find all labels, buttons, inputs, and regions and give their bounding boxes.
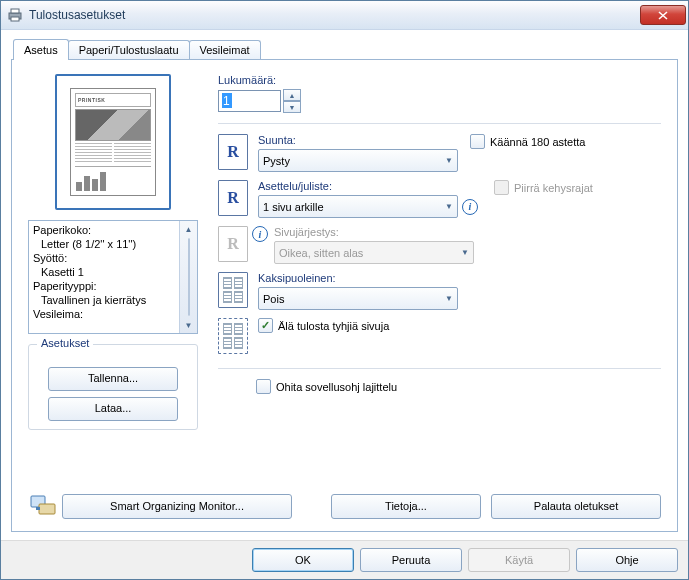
orientation-icon: R bbox=[218, 134, 248, 170]
copies-label: Lukumäärä: bbox=[218, 74, 661, 86]
copies-spin-down[interactable]: ▼ bbox=[283, 101, 301, 113]
ignoresort-label: Ohita sovellusohj lajittelu bbox=[276, 381, 397, 393]
skipblank-icon bbox=[218, 318, 248, 354]
summary-input-label: Syöttö: bbox=[33, 251, 175, 265]
window-title: Tulostusasetukset bbox=[29, 8, 640, 22]
duplex-value: Pois bbox=[263, 293, 284, 305]
restore-defaults-button[interactable]: Palauta oletukset bbox=[491, 494, 661, 519]
layout-icon: R bbox=[218, 180, 248, 216]
copies-input[interactable] bbox=[218, 90, 281, 112]
summary-scrollbar[interactable]: ▲ ▼ bbox=[179, 221, 197, 333]
smart-monitor-button[interactable]: Smart Organizing Monitor... bbox=[62, 494, 292, 519]
page-preview: PRINTISK bbox=[55, 74, 171, 210]
drawframe-checkbox: Piirrä kehysrajat bbox=[494, 180, 593, 195]
ignoresort-checkbox[interactable]: Ohita sovellusohj lajittelu bbox=[256, 379, 661, 394]
settings-summary: Paperikoko: Letter (8 1/2'' x 11'') Syöt… bbox=[28, 220, 198, 334]
svg-rect-1 bbox=[11, 9, 19, 13]
layout-select[interactable]: 1 sivu arkille▼ bbox=[258, 195, 458, 218]
scroll-up-icon[interactable]: ▲ bbox=[181, 221, 196, 237]
cancel-button[interactable]: Peruuta bbox=[360, 548, 462, 572]
ok-button[interactable]: OK bbox=[252, 548, 354, 572]
apply-button: Käytä bbox=[468, 548, 570, 572]
about-button[interactable]: Tietoja... bbox=[331, 494, 481, 519]
svg-rect-2 bbox=[11, 17, 19, 21]
tab-strip: Asetus Paperi/Tulostuslaatu Vesileimat bbox=[13, 38, 678, 59]
svg-rect-5 bbox=[36, 507, 40, 510]
duplex-icon bbox=[218, 272, 248, 308]
summary-papersize-label: Paperikoko: bbox=[33, 223, 175, 237]
tab-watermarks[interactable]: Vesileimat bbox=[189, 40, 261, 59]
save-button[interactable]: Tallenna... bbox=[48, 367, 178, 391]
layout-label: Asettelu/juliste: bbox=[258, 180, 482, 192]
scroll-down-icon[interactable]: ▼ bbox=[181, 317, 196, 333]
tab-paper-quality[interactable]: Paperi/Tulostuslaatu bbox=[68, 40, 190, 59]
orientation-label: Suunta: bbox=[258, 134, 458, 146]
chevron-down-icon: ▼ bbox=[445, 202, 453, 211]
summary-watermark-label: Vesileima: bbox=[33, 307, 175, 321]
skipblank-checkbox[interactable]: Älä tulosta tyhjiä sivuja bbox=[258, 318, 389, 333]
orientation-select[interactable]: Pysty▼ bbox=[258, 149, 458, 172]
monitor-icon bbox=[28, 491, 58, 521]
help-button[interactable]: Ohje bbox=[576, 548, 678, 572]
summary-papersize-value: Letter (8 1/2'' x 11'') bbox=[33, 237, 175, 251]
close-button[interactable] bbox=[640, 5, 686, 25]
close-icon bbox=[658, 11, 668, 20]
chevron-down-icon: ▼ bbox=[461, 248, 469, 257]
pageorder-icon: R bbox=[218, 226, 248, 262]
checkbox-icon bbox=[256, 379, 271, 394]
svg-rect-4 bbox=[39, 504, 55, 514]
tab-setup[interactable]: Asetus bbox=[13, 39, 69, 60]
summary-input-value: Kasetti 1 bbox=[33, 265, 175, 279]
checkbox-icon bbox=[494, 180, 509, 195]
settings-group-title: Asetukset bbox=[37, 337, 93, 349]
checkbox-icon bbox=[470, 134, 485, 149]
duplex-label: Kaksipuoleinen: bbox=[258, 272, 458, 284]
chevron-down-icon: ▼ bbox=[445, 156, 453, 165]
pageorder-label: Sivujärjestys: bbox=[274, 226, 474, 238]
load-button[interactable]: Lataa... bbox=[48, 397, 178, 421]
drawframe-label: Piirrä kehysrajat bbox=[514, 182, 593, 194]
duplex-select[interactable]: Pois▼ bbox=[258, 287, 458, 310]
checkbox-checked-icon bbox=[258, 318, 273, 333]
summary-papertype-value: Tavallinen ja kierrätys bbox=[33, 293, 175, 307]
rotate180-checkbox[interactable]: Käännä 180 astetta bbox=[470, 134, 585, 149]
info-icon[interactable]: i bbox=[252, 226, 268, 242]
summary-papertype-label: Paperityyppi: bbox=[33, 279, 175, 293]
scroll-thumb[interactable] bbox=[188, 238, 190, 316]
info-icon[interactable]: i bbox=[462, 199, 478, 215]
copies-spin-up[interactable]: ▲ bbox=[283, 89, 301, 101]
orientation-value: Pysty bbox=[263, 155, 290, 167]
pageorder-select: Oikea, sitten alas▼ bbox=[274, 241, 474, 264]
printer-icon bbox=[7, 7, 23, 23]
pageorder-value: Oikea, sitten alas bbox=[279, 247, 363, 259]
layout-value: 1 sivu arkille bbox=[263, 201, 324, 213]
skipblank-label: Älä tulosta tyhjiä sivuja bbox=[278, 320, 389, 332]
chevron-down-icon: ▼ bbox=[445, 294, 453, 303]
settings-group: Asetukset Tallenna... Lataa... bbox=[28, 344, 198, 430]
rotate180-label: Käännä 180 astetta bbox=[490, 136, 585, 148]
